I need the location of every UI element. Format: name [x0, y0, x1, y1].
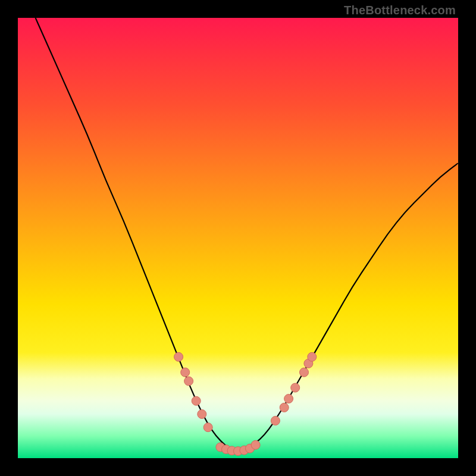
marker-dot [184, 377, 193, 386]
chart-overlay [18, 18, 458, 458]
marker-dot [181, 368, 190, 377]
marker-dot [308, 352, 317, 361]
marker-dot [280, 403, 289, 412]
bottleneck-curve [36, 18, 458, 451]
marker-dot [271, 416, 280, 425]
marker-dot [284, 394, 293, 403]
marker-dot [198, 410, 206, 419]
marker-dot [251, 440, 260, 449]
watermark-text: TheBottleneck.com [344, 4, 456, 17]
marker-dot [291, 383, 300, 392]
marker-dot [300, 368, 309, 377]
marker-dot [192, 396, 201, 405]
chart-frame: { "watermark": "TheBottleneck.com", "col… [0, 0, 476, 476]
data-markers [174, 352, 317, 455]
marker-dot [203, 423, 212, 432]
marker-dot [174, 352, 183, 361]
